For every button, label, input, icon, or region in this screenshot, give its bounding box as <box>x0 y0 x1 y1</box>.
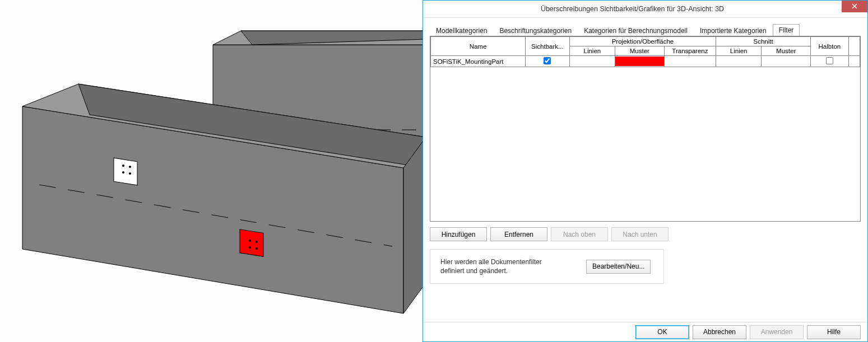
th-proj-transparency[interactable]: Transparenz <box>664 46 716 56</box>
tab-analytical-categories[interactable]: Kategorien für Berechnungsmodell <box>578 25 694 37</box>
filter-buttons-row: Hinzufügen Entfernen Nach oben Nach unte… <box>430 227 861 241</box>
close-icon <box>852 2 857 11</box>
th-cut-group: Schnitt <box>716 37 811 46</box>
filter-table-wrapper: Name Sichtbark... Projektion/Oberfläche … <box>430 36 861 222</box>
pattern-swatch <box>615 57 664 66</box>
titlebar[interactable]: Überschreibungen Sichtbarkeit/Grafiken f… <box>423 1 867 18</box>
cell-gutter <box>848 56 860 67</box>
edit-new-button[interactable]: Bearbeiten/Neu... <box>586 260 651 274</box>
tab-imported-categories[interactable]: Importierte Kategorien <box>694 25 773 37</box>
visibility-checkbox[interactable] <box>544 57 551 64</box>
svg-rect-9 <box>114 158 137 185</box>
cancel-button[interactable]: Abbrechen <box>693 325 746 339</box>
svg-point-11 <box>129 166 131 168</box>
cell-proj-pattern[interactable] <box>615 56 664 67</box>
dialog-footer: OK Abbrechen Anwenden Hilfe <box>423 322 867 341</box>
svg-point-15 <box>249 240 251 242</box>
cell-proj-lines[interactable] <box>569 56 615 67</box>
tabs: Modellkategorien Beschriftungskategorien… <box>430 23 861 37</box>
cell-cut-pattern[interactable] <box>762 56 811 67</box>
move-down-button: Nach unten <box>611 227 669 241</box>
th-cut-lines[interactable]: Linien <box>716 46 762 56</box>
remove-button[interactable]: Entfernen <box>490 227 547 241</box>
ok-button[interactable]: OK <box>635 325 689 339</box>
filter-tab-panel: Name Sichtbark... Projektion/Oberfläche … <box>430 36 861 322</box>
th-proj-lines[interactable]: Linien <box>569 46 615 56</box>
cell-name[interactable]: SOFiSTiK_MountingPart <box>431 56 526 67</box>
help-button[interactable]: Hilfe <box>807 325 861 339</box>
visibility-graphics-dialog: Überschreibungen Sichtbarkeit/Grafiken f… <box>423 0 868 342</box>
svg-point-18 <box>256 247 258 250</box>
th-projection-group: Projektion/Oberfläche <box>569 37 716 46</box>
cell-visibility[interactable] <box>525 56 569 67</box>
svg-point-12 <box>122 171 124 174</box>
apply-button: Anwenden <box>750 325 804 339</box>
move-up-button: Nach oben <box>551 227 608 241</box>
th-name[interactable]: Name <box>431 37 526 56</box>
tab-filter[interactable]: Filter <box>773 24 800 37</box>
th-scroll-gutter <box>848 37 860 56</box>
cell-proj-transparency[interactable] <box>664 56 716 67</box>
th-halftone[interactable]: Halbton <box>811 37 849 56</box>
th-cut-pattern[interactable]: Muster <box>762 46 811 56</box>
svg-point-13 <box>129 172 131 175</box>
close-button[interactable] <box>842 1 867 12</box>
filter-note-box: Hier werden alle Dokumentenfilter defini… <box>430 249 664 284</box>
mounting-part-red <box>240 229 263 257</box>
halftone-checkbox[interactable] <box>826 57 833 64</box>
add-button[interactable]: Hinzufügen <box>430 227 487 241</box>
th-proj-pattern[interactable]: Muster <box>615 46 664 56</box>
svg-rect-14 <box>240 229 263 257</box>
table-row[interactable]: SOFiSTiK_MountingPart <box>431 56 860 67</box>
svg-point-17 <box>249 246 251 249</box>
mounting-part-white <box>114 158 137 185</box>
dialog-title: Überschreibungen Sichtbarkeit/Grafiken f… <box>423 5 842 13</box>
cell-cut-lines[interactable] <box>716 56 762 67</box>
tab-model-categories[interactable]: Modellkategorien <box>430 25 493 37</box>
cell-halftone[interactable] <box>811 56 849 67</box>
th-visibility[interactable]: Sichtbark... <box>525 37 569 56</box>
filter-note-text: Hier werden alle Dokumentenfilter defini… <box>440 257 553 275</box>
tab-annotation-categories[interactable]: Beschriftungskategorien <box>493 25 578 37</box>
filter-table: Name Sichtbark... Projektion/Oberfläche … <box>430 36 860 67</box>
svg-point-10 <box>122 165 124 167</box>
svg-point-16 <box>256 241 258 243</box>
